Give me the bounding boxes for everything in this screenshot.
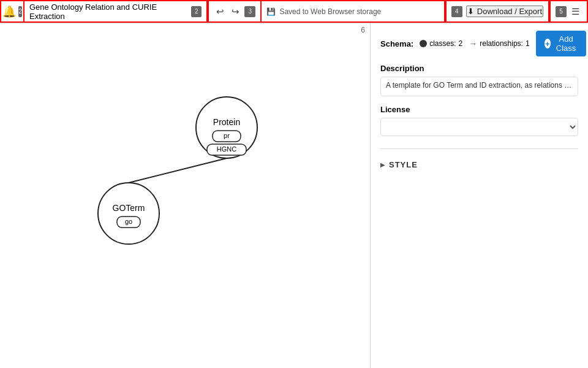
add-class-label: Add Class [554,34,578,53]
license-select[interactable]: CC0 CC-BY CC-BY-SA MIT [380,118,578,136]
relationships-label: relationships: [480,39,523,48]
download-badge: 4 [451,6,462,17]
goterm-node-label: GOTerm [113,203,145,213]
app-title: Gene Ontology Relation and CURIE Extract… [29,2,189,21]
relationships-count: 1 [526,39,530,48]
style-row[interactable]: ▶ STYLE [380,156,578,173]
right-panel-inner: Schema: classes: 2 → relationships: 1 + … [371,23,588,180]
redo-button[interactable]: ↪ [229,5,242,18]
download-label: Download / Export [477,7,542,16]
save-icon: 💾 [266,7,276,16]
logo-icon: 🔔 [2,5,16,18]
schema-row: Schema: classes: 2 → relationships: 1 + … [380,31,578,56]
undo-redo-badge: 3 [244,6,255,17]
main-layout: 6 Protein pr HGNC GOTerm go 7 Sc [0,23,588,368]
undo-button[interactable]: ↩ [214,5,227,18]
classes-count: 2 [459,39,463,48]
canvas-panel[interactable]: 6 Protein pr HGNC GOTerm go [0,23,371,368]
arrow-icon: → [469,39,477,48]
classes-label: classes: [429,39,456,48]
menu-button[interactable]: ☰ [569,5,582,18]
title-badge: 2 [191,6,202,17]
logo-badge: 2 [18,6,22,17]
chevron-right-icon: ▶ [380,161,385,168]
menu-section[interactable]: 5 ☰ [549,0,588,23]
download-button[interactable]: ⬇ Download / Export [466,6,543,17]
classes-badge: classes: 2 [420,39,462,48]
protein-node-label: Protein [213,117,240,127]
plus-icon: + [545,39,551,48]
canvas-panel-number: 6 [361,26,365,34]
protein-curie-hgnc-label: HGNC [217,145,236,153]
edge-protein-goterm [129,158,227,183]
description-section-label: Description [380,64,578,73]
status-text: Saved to Web Browser storage [279,7,381,16]
menu-badge: 5 [556,6,567,17]
download-section[interactable]: 4 ⬇ Download / Export [445,0,549,23]
download-icon: ⬇ [467,7,474,16]
title-section: Gene Ontology Relation and CURIE Extract… [24,0,208,23]
logo-section: 🔔 2 [0,0,24,23]
style-divider [380,148,578,149]
dot-circle-icon [420,40,427,47]
status-section: 💾 Saved to Web Browser storage [262,0,445,23]
header: 🔔 2 Gene Ontology Relation and CURIE Ext… [0,0,588,23]
relationships-badge: → relationships: 1 [469,39,529,48]
schema-label: Schema: [380,39,413,48]
license-section-label: License [380,105,578,114]
protein-curie-pr-label: pr [224,132,230,139]
description-value: A template for GO Term and ID extraction… [380,77,578,96]
style-label: STYLE [389,160,418,169]
goterm-curie-go-label: go [125,218,132,225]
right-panel: 7 Schema: classes: 2 → relationships: 1 … [371,23,588,368]
add-class-button[interactable]: + Add Class [536,31,587,56]
graph-canvas[interactable]: Protein pr HGNC GOTerm go [0,23,370,368]
undo-redo-section: ↩ ↪ 3 [208,0,262,23]
goterm-node-circle[interactable] [98,183,159,244]
